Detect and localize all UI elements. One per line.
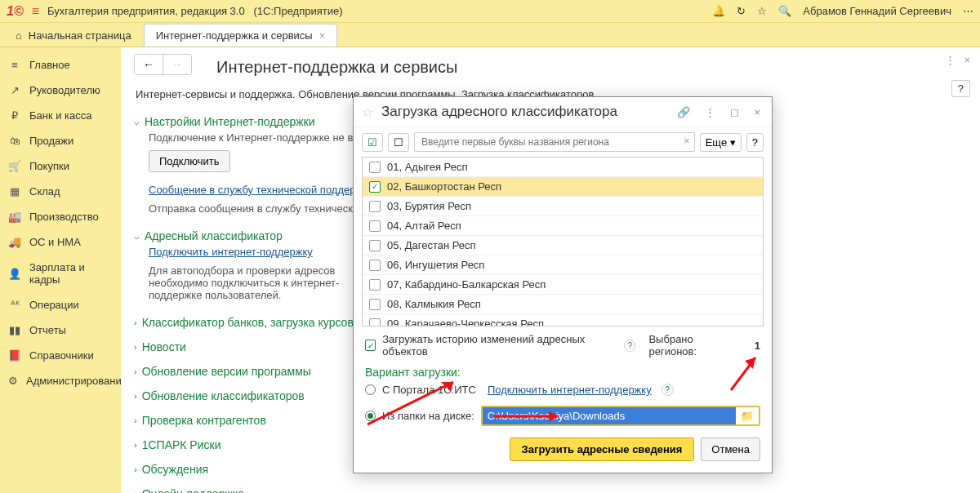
- region-row[interactable]: 01, Адыгея Респ: [363, 158, 763, 177]
- region-label: 08, Калмыкия Респ: [387, 298, 481, 310]
- sidebar-item[interactable]: ⚙Администрирование: [0, 368, 121, 393]
- region-list[interactable]: 01, Адыгея Респ✓02, Башкортостан Респ03,…: [362, 157, 764, 326]
- home-icon: ⌂: [16, 29, 22, 42]
- page-title: Интернет-поддержка и сервисы: [216, 58, 457, 77]
- section-collapsed[interactable]: ›Онлайн-поддержка: [134, 487, 967, 493]
- sidebar-item[interactable]: ▦Склад: [0, 179, 121, 204]
- sidebar-icon: ₽: [8, 109, 21, 122]
- caret-right-icon: ›: [134, 366, 137, 376]
- nav-fwd-button[interactable]: →: [163, 55, 191, 74]
- connect-support-link[interactable]: Подключить интернет-поддержку: [149, 246, 313, 258]
- region-search-input[interactable]: [414, 132, 695, 152]
- region-checkbox[interactable]: [369, 260, 381, 271]
- sidebar-item-label: Главное: [29, 59, 70, 71]
- region-checkbox[interactable]: [369, 162, 381, 173]
- sidebar-item-label: Склад: [29, 185, 60, 198]
- overflow-icon[interactable]: ⋯: [963, 5, 973, 17]
- region-checkbox[interactable]: ✓: [369, 181, 381, 193]
- path-field-wrap: 📁: [481, 406, 760, 426]
- maximize-icon[interactable]: ◻: [727, 106, 742, 118]
- sidebar-item[interactable]: ▮▮Отчеты: [0, 318, 121, 343]
- caret-right-icon: ›: [134, 489, 137, 493]
- favorite-icon[interactable]: ☆: [362, 104, 373, 120]
- opt-folder-label: Из папки на диске:: [382, 410, 474, 422]
- history-label: Загружать историю изменений адресных объ…: [382, 333, 617, 358]
- region-label: 05, Дагестан Респ: [387, 239, 476, 251]
- path-input[interactable]: [483, 407, 736, 424]
- sidebar-icon: ᴬᴷ: [8, 299, 21, 311]
- more-dropdown[interactable]: Еще ▾: [700, 133, 742, 152]
- radio-folder[interactable]: [365, 411, 376, 421]
- region-checkbox[interactable]: [369, 318, 381, 327]
- load-button[interactable]: Загрузить адресные сведения: [510, 437, 695, 461]
- caret-right-icon: ›: [134, 464, 137, 474]
- section-title: Классификатор банков, загрузка курсов ва: [142, 316, 369, 329]
- user-name[interactable]: Абрамов Геннадий Сергеевич: [803, 5, 951, 17]
- region-label: 09, Карачаево-Черкесская Респ: [387, 318, 544, 326]
- sidebar-item[interactable]: ↗Руководителю: [0, 78, 121, 103]
- region-row[interactable]: ✓02, Башкортостан Респ: [363, 177, 763, 197]
- clear-search-icon[interactable]: ×: [684, 135, 690, 147]
- browse-folder-icon[interactable]: 📁: [736, 408, 759, 424]
- help-button[interactable]: ?: [951, 80, 970, 97]
- history-checkbox[interactable]: ✓: [365, 340, 376, 351]
- cancel-button[interactable]: Отмена: [701, 437, 760, 461]
- star-icon[interactable]: ☆: [757, 5, 767, 17]
- connect-support-link-dlg[interactable]: Подключить интернет-поддержку: [488, 384, 652, 396]
- radio-portal[interactable]: [365, 384, 376, 395]
- help-button[interactable]: ?: [746, 133, 764, 152]
- region-label: 03, Бурятия Респ: [387, 200, 471, 212]
- region-checkbox[interactable]: [369, 201, 381, 212]
- sidebar-item[interactable]: 🏭Производство: [0, 204, 121, 229]
- search-icon[interactable]: 🔍: [778, 5, 791, 17]
- close-page-icon[interactable]: ×: [964, 54, 970, 66]
- support-msg-link[interactable]: Сообщение в службу технической поддержки: [149, 184, 373, 196]
- link-icon[interactable]: 🔗: [674, 106, 693, 118]
- tab-home[interactable]: ⌂ Начальная страница: [3, 24, 144, 47]
- sidebar-item[interactable]: ≡Главное: [0, 52, 121, 78]
- connect-button[interactable]: Подключить: [149, 150, 230, 172]
- region-row[interactable]: 05, Дагестан Респ: [363, 236, 763, 255]
- help-hint-icon[interactable]: ?: [662, 384, 674, 396]
- caret-right-icon: ›: [134, 440, 137, 450]
- region-row[interactable]: 09, Карачаево-Черкесская Респ: [363, 314, 763, 326]
- sidebar-item[interactable]: 🚚ОС и НМА: [0, 229, 121, 255]
- region-row[interactable]: 07, Кабардино-Балкарская Респ: [363, 275, 763, 295]
- region-checkbox[interactable]: [369, 299, 381, 310]
- uncheck-all-button[interactable]: ☐: [388, 133, 409, 152]
- region-checkbox[interactable]: [369, 240, 381, 251]
- bell-icon[interactable]: 🔔: [712, 5, 725, 17]
- sidebar-icon: 🏭: [8, 211, 21, 223]
- region-row[interactable]: 04, Алтай Респ: [363, 216, 763, 236]
- sidebar-item-label: Зарплата и кадры: [29, 261, 113, 286]
- region-row[interactable]: 06, Ингушетия Респ: [363, 255, 763, 275]
- sidebar-icon: 📕: [8, 349, 21, 362]
- sidebar-item-label: Отчеты: [29, 324, 66, 336]
- hamburger-icon[interactable]: ≡: [32, 4, 39, 19]
- tab-close-icon[interactable]: ×: [319, 29, 326, 42]
- sidebar-item-label: Справочники: [29, 349, 94, 362]
- sidebar-item[interactable]: ᴬᴷОперации: [0, 292, 121, 318]
- caret-down-icon: ⌵: [134, 117, 140, 127]
- region-checkbox[interactable]: [369, 220, 381, 232]
- kebab-icon[interactable]: ⋮: [945, 54, 956, 66]
- help-hint-icon[interactable]: ?: [624, 340, 635, 352]
- close-icon[interactable]: ×: [751, 106, 764, 118]
- sidebar-item[interactable]: 🛍Продажи: [0, 128, 121, 153]
- sidebar-icon: 🚚: [8, 236, 21, 248]
- region-checkbox[interactable]: [369, 279, 381, 291]
- region-row[interactable]: 08, Калмыкия Респ: [363, 295, 763, 314]
- sidebar-icon: ▮▮: [8, 324, 21, 336]
- tab-support[interactable]: Интернет-поддержка и сервисы ×: [144, 24, 338, 47]
- sidebar-item[interactable]: 📕Справочники: [0, 343, 121, 368]
- tab-support-label: Интернет-поддержка и сервисы: [156, 29, 313, 42]
- sidebar-item[interactable]: 🛒Покупки: [0, 153, 121, 179]
- sidebar-item[interactable]: 👤Зарплата и кадры: [0, 255, 121, 292]
- check-all-button[interactable]: ☑: [362, 133, 383, 152]
- region-row[interactable]: 03, Бурятия Респ: [363, 197, 763, 216]
- app-name: Бухгалтерия предприятия, редакция 3.0 (1…: [47, 5, 343, 17]
- nav-back-button[interactable]: ←: [135, 55, 163, 74]
- kebab-icon[interactable]: ⋮: [702, 106, 719, 118]
- history-icon[interactable]: ↻: [737, 5, 746, 17]
- sidebar-item[interactable]: ₽Банк и касса: [0, 103, 121, 128]
